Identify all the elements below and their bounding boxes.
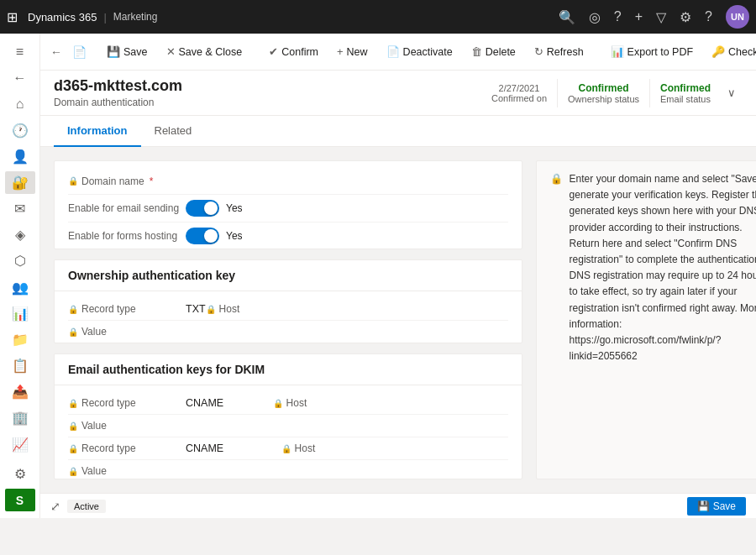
sidebar-files-icon[interactable]: 📁 bbox=[5, 328, 35, 351]
ownership-section: Ownership authentication key 🔒 Record ty… bbox=[54, 259, 522, 343]
confirmed-on-meta: 2/27/2021 Confirmed on bbox=[481, 80, 557, 107]
sidebar-back-icon[interactable]: ← bbox=[5, 66, 35, 89]
ownership-row-1: 🔒 Record type TXT 🔒 Host bbox=[68, 298, 508, 321]
ownership-record-type-label: 🔒 Record type bbox=[68, 303, 186, 315]
enable-forms-label: Enable for forms hosting bbox=[68, 230, 186, 242]
sidebar-emails-icon[interactable]: ✉ bbox=[5, 197, 35, 220]
ownership-value-label: 🔒 Value bbox=[68, 326, 186, 338]
save-close-button[interactable]: ✕ Save & Close bbox=[158, 40, 251, 63]
confirm-button[interactable]: ✔ Confirm bbox=[260, 40, 327, 63]
dkim-row-3: 🔒 Record type CNAME 🔒 Host bbox=[68, 437, 508, 460]
domain-name-row: 🔒 Domain name * bbox=[68, 168, 508, 195]
email-status-label: Email status bbox=[660, 94, 711, 104]
refresh-button[interactable]: ↻ Refresh bbox=[526, 40, 592, 63]
nav-back-button[interactable]: ← bbox=[47, 42, 66, 62]
bottom-bar: ⤢ Active 💾 Save bbox=[40, 493, 756, 518]
sidebar-segments-icon[interactable]: ◈ bbox=[5, 223, 35, 246]
dkim-value-label-2: 🔒 Value bbox=[68, 465, 186, 477]
apps-grid-icon[interactable]: ⊞ bbox=[7, 9, 18, 25]
content-area: ← 📄 💾 Save ✕ Save & Close ✔ Confirm + Ne… bbox=[40, 34, 756, 518]
expand-icon[interactable]: ⤢ bbox=[50, 500, 60, 513]
copilot-icon[interactable]: ◎ bbox=[589, 9, 601, 25]
search-icon[interactable]: 🔍 bbox=[559, 9, 575, 25]
sidebar-campaigns-icon[interactable]: 📋 bbox=[5, 354, 35, 377]
email-dkim-section: Email authentication keys for DKIM 🔒 Rec… bbox=[54, 353, 522, 479]
tab-information[interactable]: Information bbox=[54, 116, 141, 147]
question-icon[interactable]: ? bbox=[705, 9, 712, 24]
ownership-status-meta: Confirmed Ownership status bbox=[557, 79, 649, 107]
ownership-status-value: Confirmed bbox=[568, 82, 639, 94]
refresh-icon: ↻ bbox=[534, 45, 543, 58]
record-title-section: d365-mkttest.com Domain authentication bbox=[54, 77, 182, 108]
sidebar-user-initial[interactable]: S bbox=[5, 489, 35, 511]
check-access-button[interactable]: 🔑 Check Access bbox=[703, 40, 756, 63]
sidebar-settings-icon[interactable]: ⚙ bbox=[5, 463, 35, 485]
status-badge: Active bbox=[67, 500, 106, 513]
user-avatar[interactable]: UN bbox=[726, 5, 749, 29]
sidebar-analytics-icon[interactable]: 📊 bbox=[5, 302, 35, 325]
sidebar-accounts-icon[interactable]: 🏢 bbox=[5, 406, 35, 429]
ownership-section-body: 🔒 Record type TXT 🔒 Host bbox=[55, 291, 522, 343]
domain-name-blurred bbox=[186, 175, 421, 186]
enable-email-toggle[interactable]: Yes bbox=[186, 200, 508, 217]
brand: Dynamics 365 | Marketing bbox=[28, 11, 157, 24]
domain-required-marker: * bbox=[150, 175, 154, 187]
form-main: 🔒 Domain name * Enable for email se bbox=[54, 160, 522, 479]
sidebar-leads-icon[interactable]: 👥 bbox=[5, 276, 35, 299]
deactivate-button[interactable]: 📄 Deactivate bbox=[378, 40, 461, 63]
domain-section-body: 🔒 Domain name * Enable for email se bbox=[55, 161, 522, 249]
ownership-status-label: Ownership status bbox=[568, 94, 639, 104]
brand-name: Dynamics 365 bbox=[28, 11, 97, 24]
domain-name-value[interactable] bbox=[186, 175, 508, 186]
save-close-icon: ✕ bbox=[166, 45, 176, 58]
dkim-host-blurred-2 bbox=[399, 444, 508, 453]
tab-related[interactable]: Related bbox=[141, 116, 206, 147]
sidebar-menu-icon[interactable]: ≡ bbox=[5, 40, 35, 63]
top-nav: ⊞ Dynamics 365 | Marketing 🔍 ◎ ? + ▽ ⚙ ?… bbox=[0, 0, 756, 34]
toggle-switch-email[interactable] bbox=[186, 200, 219, 217]
dkim-record-type-col-2: 🔒 Record type CNAME bbox=[68, 442, 281, 454]
settings-icon[interactable]: ⚙ bbox=[680, 9, 691, 25]
sidebar-home-icon[interactable]: ⌂ bbox=[5, 92, 35, 115]
ownership-value-col: 🔒 Value bbox=[68, 326, 337, 338]
filter-icon[interactable]: ▽ bbox=[656, 9, 666, 25]
dkim-host-value-1 bbox=[391, 399, 508, 408]
ownership-record-type-col: 🔒 Record type TXT bbox=[68, 303, 206, 315]
export-pdf-button[interactable]: 📊 Export to PDF bbox=[602, 40, 702, 63]
dkim-value-lock-2: 🔒 bbox=[68, 467, 78, 476]
new-button[interactable]: + New bbox=[328, 40, 376, 63]
dkim-row-1: 🔒 Record type CNAME 🔒 Host bbox=[68, 392, 508, 415]
enable-email-toggle-label: Yes bbox=[226, 202, 243, 214]
toggle-switch-forms[interactable] bbox=[186, 228, 219, 244]
email-status-meta: Confirmed Email status bbox=[649, 79, 721, 107]
ownership-value-row: 🔒 Value bbox=[68, 321, 508, 343]
ownership-value-lock-icon: 🔒 bbox=[68, 327, 78, 337]
dkim-row-2: 🔒 Value bbox=[68, 415, 508, 437]
bottom-save-button[interactable]: 💾 Save bbox=[687, 497, 746, 516]
sidebar-contacts-icon[interactable]: 👤 bbox=[5, 145, 35, 168]
sidebar-journeys-icon[interactable]: ⬡ bbox=[5, 249, 35, 272]
save-button[interactable]: 💾 Save bbox=[98, 40, 156, 63]
sidebar-insights-icon[interactable]: 📈 bbox=[5, 433, 35, 456]
dkim-row-4: 🔒 Value bbox=[68, 460, 508, 479]
enable-forms-toggle[interactable]: Yes bbox=[186, 228, 508, 244]
delete-button[interactable]: 🗑 Delete bbox=[463, 40, 524, 63]
nav-doc-button[interactable]: 📄 bbox=[69, 42, 90, 62]
header-chevron-icon[interactable]: ∨ bbox=[721, 83, 743, 102]
sidebar-outreach-icon[interactable]: 📤 bbox=[5, 380, 35, 403]
dkim-host-label-2: 🔒 Host bbox=[281, 442, 399, 454]
help-icon[interactable]: ? bbox=[614, 9, 622, 24]
dkim-host-col-2: 🔒 Host bbox=[281, 442, 508, 454]
confirm-icon: ✔ bbox=[269, 45, 278, 58]
add-icon[interactable]: + bbox=[635, 9, 643, 24]
dkim-host-blurred-1 bbox=[391, 399, 508, 408]
enable-forms-toggle-label: Yes bbox=[226, 230, 243, 242]
confirmed-date: 2/27/2021 bbox=[491, 83, 547, 93]
sidebar-recent-icon[interactable]: 🕐 bbox=[5, 119, 35, 142]
dkim-value-col-2: 🔒 Value bbox=[68, 465, 508, 477]
sidebar: ≡ ← ⌂ 🕐 👤 🔐 ✉ ◈ ⬡ 👥 📊 📁 📋 📤 🏢 📈 ⚙ S bbox=[0, 34, 40, 518]
enable-forms-row: Enable for forms hosting Yes bbox=[68, 223, 508, 249]
sidebar-domains-icon[interactable]: 🔐 bbox=[5, 171, 35, 194]
dkim-value-2 bbox=[186, 467, 508, 476]
check-access-icon: 🔑 bbox=[711, 45, 725, 58]
